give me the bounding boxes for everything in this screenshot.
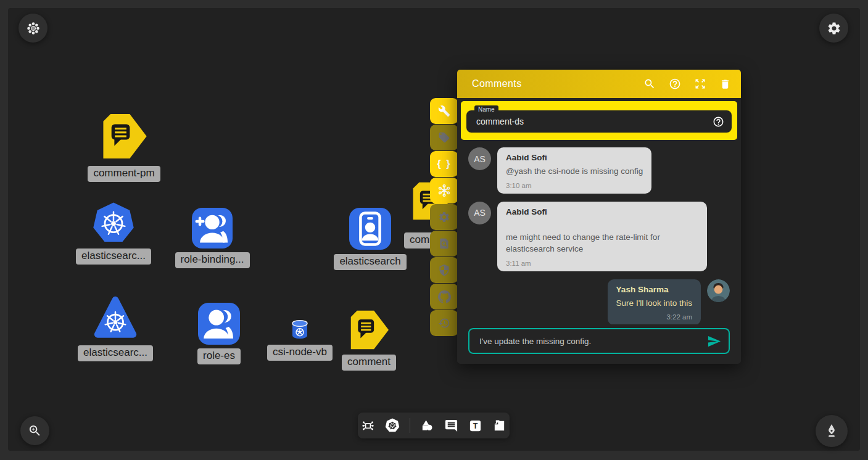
- shield-icon: [438, 264, 450, 276]
- toolbar-settings-button[interactable]: [430, 204, 458, 230]
- message-time: 3:11 am: [506, 260, 698, 267]
- toolbar-braces-button[interactable]: { }: [430, 151, 458, 177]
- node-label: role-binding...: [175, 252, 250, 268]
- github-icon: [438, 290, 451, 303]
- pen-nib-icon: [824, 424, 839, 438]
- braces-icon: { }: [437, 158, 452, 170]
- message-row: AS Aabid Sofi me might need to change th…: [468, 202, 730, 271]
- node-label: elasticsearc...: [76, 248, 151, 265]
- settings-gear-icon: [827, 21, 841, 36]
- svg-text:T: T: [473, 422, 478, 430]
- document-search-icon: [438, 237, 450, 250]
- node-elasticsearch-triangle[interactable]: elasticsearc...: [83, 294, 148, 361]
- expand-icon[interactable]: [694, 78, 706, 90]
- side-toolbar: { }: [430, 98, 458, 336]
- comments-panel: Comments Name AS: [457, 70, 741, 364]
- message-time: 3:22 am: [616, 313, 692, 321]
- name-field-label: Name: [474, 105, 498, 114]
- comment-shape-icon: [100, 110, 148, 162]
- bottom-toolbar: T: [358, 413, 510, 438]
- storage-cylinder-icon: [289, 319, 311, 341]
- name-input[interactable]: [475, 116, 713, 127]
- trash-icon[interactable]: [719, 78, 731, 90]
- app-logo-button[interactable]: [19, 14, 48, 43]
- node-role-binding[interactable]: role-binding...: [178, 208, 247, 268]
- role-binding-icon: [192, 208, 233, 248]
- node-label: elasticsearch: [334, 254, 406, 270]
- yash-avatar: [707, 279, 730, 302]
- comment-input[interactable]: [478, 336, 702, 347]
- settings-button[interactable]: [819, 14, 848, 43]
- shapes-icon[interactable]: [420, 419, 434, 433]
- kubernetes-flower-icon: [26, 21, 41, 36]
- node-label: role-es: [197, 348, 241, 364]
- mesh-hub-icon: [437, 184, 451, 197]
- node-role-es[interactable]: role-es: [198, 303, 240, 364]
- node-comment[interactable]: comment: [344, 309, 394, 371]
- note-tool-icon[interactable]: [492, 419, 506, 433]
- message-text: Sure I'll look into this: [616, 297, 692, 310]
- avatar: AS: [468, 147, 491, 170]
- message-text: @yash the csi-node is missing config: [506, 165, 643, 178]
- message-bubble: Aabid Sofi me might need to change the r…: [497, 202, 707, 271]
- node-elasticsearch-heptagon[interactable]: elasticsearc...: [81, 202, 146, 265]
- toolbar-shield-button[interactable]: [430, 257, 458, 283]
- toolbar-github-button[interactable]: [430, 284, 458, 310]
- send-icon[interactable]: [707, 334, 721, 348]
- node-label: csi-node-vb: [267, 345, 333, 361]
- node-label: comment-pm: [88, 166, 160, 182]
- toolbar-document-search-button[interactable]: [430, 231, 458, 257]
- comment-shape-icon: [347, 309, 391, 351]
- kubernetes-heptagon-icon: [92, 202, 135, 245]
- message-text: me might need to change the rate-limit f…: [506, 231, 698, 255]
- node-label: elasticsearc...: [78, 345, 153, 361]
- text-tool-icon[interactable]: T: [468, 419, 482, 433]
- avatar: AS: [468, 202, 491, 224]
- role-icon: [198, 303, 240, 345]
- message-row: AS Aabid Sofi @yash the csi-node is miss…: [468, 147, 730, 194]
- field-help-icon[interactable]: [713, 116, 724, 128]
- comments-panel-header[interactable]: Comments: [457, 70, 741, 98]
- message-bubble: Yash Sharma Sure I'll look into this 3:2…: [608, 279, 701, 324]
- panel-title: Comments: [472, 78, 643, 89]
- node-comment-pm[interactable]: comment-pm: [90, 110, 158, 182]
- name-field-block: Name: [461, 101, 737, 140]
- node-elasticsearch-badge[interactable]: elasticsearch: [339, 207, 402, 270]
- toolbar-tag-button[interactable]: [430, 125, 458, 150]
- infrastructure-icon[interactable]: [361, 419, 375, 433]
- wrench-icon: [438, 105, 450, 117]
- message-time: 3:10 am: [506, 182, 643, 189]
- message-list[interactable]: AS Aabid Sofi @yash the csi-node is miss…: [457, 144, 741, 324]
- gear-icon: [438, 211, 450, 223]
- history-icon: [438, 317, 450, 329]
- comment-composer[interactable]: [468, 328, 730, 354]
- kubernetes-triangle-icon: [92, 294, 139, 342]
- message-author: Yash Sharma: [616, 285, 692, 294]
- search-icon[interactable]: [643, 78, 656, 90]
- node-label: comment: [342, 355, 396, 371]
- message-author: Aabid Sofi: [506, 153, 643, 162]
- message-bubble: Aabid Sofi @yash the csi-node is missing…: [497, 147, 651, 194]
- service-account-badge-icon: [349, 207, 391, 250]
- toolbar-divider: [410, 418, 410, 433]
- toolbar-history-button[interactable]: [430, 310, 458, 336]
- pen-tool-button[interactable]: [816, 415, 848, 447]
- message-author: Aabid Sofi: [506, 207, 698, 216]
- message-row: Yash Sharma Sure I'll look into this 3:2…: [468, 279, 730, 324]
- help-icon[interactable]: [669, 78, 681, 90]
- name-field[interactable]: Name: [466, 110, 732, 133]
- comment-tool-icon[interactable]: [444, 419, 458, 433]
- node-csi-node-vb[interactable]: csi-node-vb: [267, 319, 333, 361]
- toolbar-mesh-button[interactable]: [430, 178, 458, 203]
- tag-icon: [438, 131, 450, 144]
- zoom-button[interactable]: [20, 416, 49, 445]
- toolbar-wrench-button[interactable]: [430, 98, 458, 124]
- zoom-in-icon: [28, 424, 42, 438]
- kubernetes-icon[interactable]: [385, 418, 400, 433]
